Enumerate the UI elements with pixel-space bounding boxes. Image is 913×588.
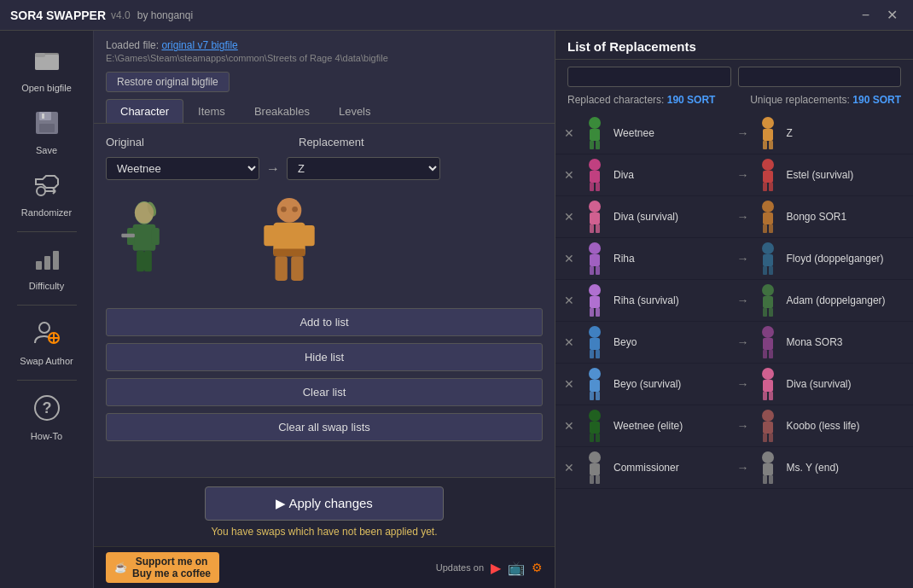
twitch-icon[interactable]: 📺 — [508, 560, 525, 576]
svg-point-29 — [277, 198, 302, 223]
svg-rect-39 — [590, 129, 600, 141]
remove-button[interactable]: ✕ — [562, 210, 576, 224]
sidebar-item-label-difficulty: Difficulty — [29, 281, 64, 291]
randomizer-icon — [34, 172, 60, 204]
content-area: Loaded file: original v7 bigfile E:\Game… — [94, 31, 555, 588]
replacement-label: Replacement — [299, 136, 452, 148]
svg-rect-61 — [769, 224, 773, 233]
clear-all-button[interactable]: Clear all swap lists — [106, 413, 543, 441]
svg-point-54 — [589, 201, 601, 212]
replacements-title: List of Replacements — [555, 31, 913, 60]
original-select[interactable]: Weetnee Diva Riha Beyo Weetnee (elite) C… — [106, 157, 259, 180]
search-input-right[interactable] — [738, 67, 902, 87]
tab-items[interactable]: Items — [183, 99, 240, 123]
tab-breakables[interactable]: Breakables — [240, 99, 324, 123]
sort-button-right[interactable]: SORT — [873, 94, 901, 106]
add-to-list-button[interactable]: Add to list — [106, 308, 543, 336]
svg-rect-60 — [763, 224, 767, 233]
original-char-name: Riha (survival) — [614, 294, 734, 306]
svg-rect-109 — [769, 475, 773, 484]
replacement-select[interactable]: Z Estel (survival) Bongo SOR1 Floyd (dop… — [287, 157, 440, 180]
remove-button[interactable]: ✕ — [562, 294, 576, 307]
sort-button-left[interactable]: SORT — [687, 94, 715, 106]
apply-changes-button[interactable]: ▶ Apply changes — [205, 486, 444, 521]
svg-rect-27 — [121, 234, 135, 237]
original-sprite — [106, 197, 183, 291]
replacement-char-name: Diva (survival) — [787, 378, 907, 390]
svg-rect-52 — [763, 183, 767, 191]
svg-point-36 — [281, 207, 287, 212]
arrow-icon-mini: → — [737, 419, 749, 433]
replacement-char-name: Floyd (doppelganger) — [787, 253, 907, 265]
replacement-sprite-mini — [753, 242, 783, 276]
support-button[interactable]: ☕ Support me onBuy me a coffee — [106, 552, 219, 583]
replacements-list: ✕ Weetnee → Z ✕ Diva → Estel (survival) … — [555, 109, 913, 588]
table-row: ✕ Weetnee (elite) → Koobo (less life) — [555, 405, 913, 447]
svg-rect-89 — [596, 392, 600, 400]
swap-author-icon — [33, 319, 61, 352]
svg-rect-69 — [769, 266, 773, 275]
svg-rect-40 — [590, 141, 594, 149]
bottom-bar: ☕ Support me onBuy me a coffee Updates o… — [94, 546, 555, 588]
restore-button[interactable]: Restore original bigfile — [106, 72, 230, 92]
clear-list-button[interactable]: Clear list — [106, 378, 543, 406]
remove-button[interactable]: ✕ — [562, 168, 576, 182]
svg-rect-34 — [304, 225, 315, 246]
sidebar-item-save[interactable]: Save — [9, 103, 85, 162]
remove-button[interactable]: ✕ — [562, 419, 576, 433]
hide-list-button[interactable]: Hide list — [106, 343, 543, 371]
social-links: Updates on ▶ 📺 ⚙ — [436, 560, 543, 576]
replacement-char-name: Ms. Y (end) — [787, 462, 907, 474]
svg-point-74 — [762, 284, 774, 296]
remove-button[interactable]: ✕ — [562, 461, 576, 474]
remove-button[interactable]: ✕ — [562, 335, 576, 349]
svg-rect-59 — [763, 212, 773, 224]
svg-point-82 — [762, 326, 774, 338]
loaded-label: Loaded file: — [106, 39, 159, 51]
original-char-name: Beyo — [614, 336, 734, 348]
remove-button[interactable]: ✕ — [562, 377, 576, 391]
arrow-icon-mini: → — [737, 461, 749, 474]
remove-button[interactable]: ✕ — [562, 252, 576, 265]
sprite-preview-area — [106, 189, 543, 300]
close-button[interactable]: ✕ — [881, 5, 903, 25]
search-input-left[interactable] — [567, 67, 731, 87]
app-author: by honganqi — [137, 9, 193, 21]
svg-rect-79 — [590, 338, 600, 350]
apply-warning: You have swaps which have not been appli… — [211, 526, 437, 538]
remove-button[interactable]: ✕ — [562, 126, 576, 140]
svg-rect-51 — [763, 171, 773, 183]
sidebar: Open bigfile Save Randomizer Difficu — [0, 31, 94, 588]
select-labels: Original Replacement — [106, 136, 543, 148]
svg-rect-105 — [596, 475, 600, 484]
sidebar-item-how-to[interactable]: ? How-To — [9, 387, 85, 448]
original-char-name: Weetnee (elite) — [614, 420, 734, 432]
svg-rect-45 — [769, 141, 773, 149]
tab-levels[interactable]: Levels — [324, 99, 386, 123]
replacement-sprite-mini — [753, 200, 783, 234]
arrow-icon-mini: → — [737, 335, 749, 349]
sidebar-item-randomizer[interactable]: Randomizer — [9, 166, 85, 224]
svg-rect-76 — [763, 308, 767, 317]
table-row: ✕ Diva (survival) → Bongo SOR1 — [555, 196, 913, 238]
sidebar-item-difficulty[interactable]: Difficulty — [9, 239, 85, 298]
sidebar-item-open-bigfile[interactable]: Open bigfile — [9, 39, 85, 100]
file-path: E:\Games\Steam\steamapps\common\Streets … — [106, 53, 543, 63]
sourceforge-icon[interactable]: ⚙ — [532, 561, 543, 574]
svg-rect-11 — [36, 261, 42, 270]
arrow-icon-mini: → — [737, 168, 749, 182]
svg-rect-101 — [769, 434, 773, 442]
sidebar-item-swap-author[interactable]: Swap Author — [9, 312, 85, 373]
minimize-button[interactable]: − — [857, 5, 875, 25]
replacement-char-name: Bongo SOR1 — [787, 211, 907, 223]
svg-rect-63 — [590, 254, 600, 266]
sidebar-item-label-randomizer: Randomizer — [21, 207, 72, 218]
youtube-icon[interactable]: ▶ — [491, 560, 501, 576]
svg-point-14 — [39, 323, 49, 333]
unique-count-area: Unique replacements: 190 SORT — [750, 94, 901, 106]
tab-character[interactable]: Character — [106, 99, 183, 123]
file-link[interactable]: original v7 bigfile — [161, 39, 237, 51]
replacements-counts: Replaced characters: 190 SORT Unique rep… — [555, 94, 913, 109]
original-char-name: Weetnee — [614, 127, 734, 139]
svg-point-66 — [762, 242, 774, 254]
